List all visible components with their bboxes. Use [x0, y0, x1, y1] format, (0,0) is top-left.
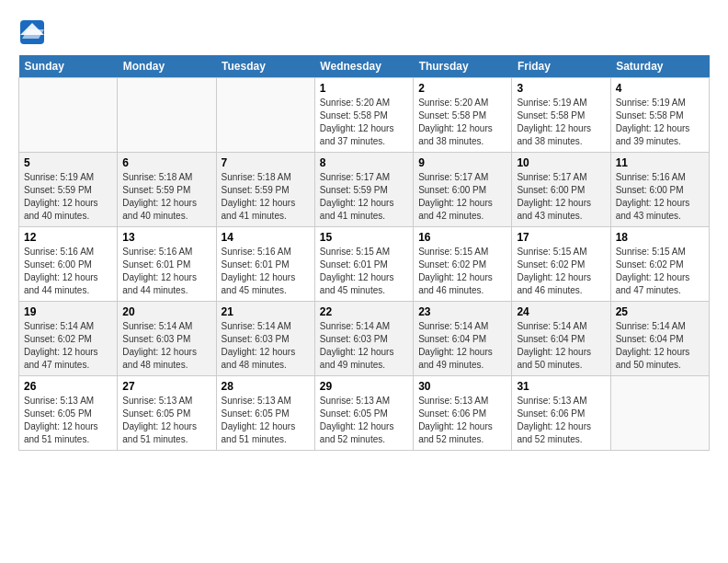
day-info: Sunrise: 5:14 AM Sunset: 6:03 PM Dayligh…: [122, 320, 210, 372]
calendar-cell: [610, 376, 709, 451]
calendar-cell: 28Sunrise: 5:13 AM Sunset: 6:05 PM Dayli…: [216, 376, 314, 451]
calendar-cell: 21Sunrise: 5:14 AM Sunset: 6:03 PM Dayli…: [216, 302, 314, 376]
day-number: 16: [418, 231, 506, 244]
day-number: 9: [418, 156, 506, 169]
day-number: 29: [320, 380, 408, 393]
calendar-cell: 22Sunrise: 5:14 AM Sunset: 6:03 PM Dayli…: [314, 302, 413, 376]
calendar-cell: 19Sunrise: 5:14 AM Sunset: 6:02 PM Dayli…: [19, 302, 118, 376]
calendar-cell: 3Sunrise: 5:19 AM Sunset: 5:58 PM Daylig…: [512, 78, 610, 153]
logo-icon: [18, 18, 46, 46]
calendar-cell: 26Sunrise: 5:13 AM Sunset: 6:05 PM Dayli…: [19, 376, 118, 451]
day-number: 17: [517, 231, 605, 244]
day-info: Sunrise: 5:14 AM Sunset: 6:04 PM Dayligh…: [418, 320, 506, 372]
day-number: 4: [616, 82, 704, 95]
day-number: 23: [418, 305, 506, 318]
calendar-cell: 29Sunrise: 5:13 AM Sunset: 6:05 PM Dayli…: [314, 376, 413, 451]
weekday-header: Friday: [512, 55, 610, 78]
day-number: 14: [222, 231, 310, 244]
day-number: 13: [122, 231, 210, 244]
calendar-cell: 4Sunrise: 5:19 AM Sunset: 5:58 PM Daylig…: [610, 78, 709, 153]
page-header: [18, 18, 710, 46]
day-info: Sunrise: 5:17 AM Sunset: 5:59 PM Dayligh…: [320, 171, 408, 223]
calendar-week: 5Sunrise: 5:19 AM Sunset: 5:59 PM Daylig…: [19, 153, 710, 227]
day-info: Sunrise: 5:19 AM Sunset: 5:58 PM Dayligh…: [517, 97, 605, 148]
day-info: Sunrise: 5:14 AM Sunset: 6:04 PM Dayligh…: [616, 320, 704, 372]
calendar-cell: 30Sunrise: 5:13 AM Sunset: 6:06 PM Dayli…: [414, 376, 512, 451]
weekday-header: Thursday: [414, 55, 512, 78]
day-number: 3: [517, 82, 605, 95]
day-number: 7: [222, 156, 310, 169]
day-info: Sunrise: 5:13 AM Sunset: 6:05 PM Dayligh…: [320, 395, 408, 446]
day-info: Sunrise: 5:20 AM Sunset: 5:58 PM Dayligh…: [320, 97, 408, 148]
day-info: Sunrise: 5:14 AM Sunset: 6:03 PM Dayligh…: [320, 320, 408, 372]
day-info: Sunrise: 5:14 AM Sunset: 6:04 PM Dayligh…: [517, 320, 605, 372]
day-info: Sunrise: 5:19 AM Sunset: 5:58 PM Dayligh…: [616, 97, 704, 148]
day-number: 20: [122, 305, 210, 318]
weekday-header: Wednesday: [314, 55, 413, 78]
day-number: 30: [418, 380, 506, 393]
calendar-cell: 16Sunrise: 5:15 AM Sunset: 6:02 PM Dayli…: [414, 227, 512, 302]
day-number: 8: [320, 156, 408, 169]
calendar-week: 12Sunrise: 5:16 AM Sunset: 6:00 PM Dayli…: [19, 227, 710, 302]
day-info: Sunrise: 5:15 AM Sunset: 6:02 PM Dayligh…: [517, 246, 605, 297]
day-info: Sunrise: 5:16 AM Sunset: 6:00 PM Dayligh…: [24, 246, 112, 297]
day-number: 19: [24, 305, 112, 318]
calendar-cell: 20Sunrise: 5:14 AM Sunset: 6:03 PM Dayli…: [118, 302, 216, 376]
day-number: 26: [24, 380, 112, 393]
calendar-cell: 14Sunrise: 5:16 AM Sunset: 6:01 PM Dayli…: [216, 227, 314, 302]
day-number: 6: [122, 156, 210, 169]
calendar-cell: 6Sunrise: 5:18 AM Sunset: 5:59 PM Daylig…: [118, 153, 216, 227]
calendar-cell: [19, 78, 118, 153]
calendar-cell: 13Sunrise: 5:16 AM Sunset: 6:01 PM Dayli…: [118, 227, 216, 302]
weekday-header: Saturday: [610, 55, 709, 78]
day-info: Sunrise: 5:17 AM Sunset: 6:00 PM Dayligh…: [418, 171, 506, 223]
logo: [18, 18, 48, 46]
day-info: Sunrise: 5:15 AM Sunset: 6:01 PM Dayligh…: [320, 246, 408, 297]
day-info: Sunrise: 5:18 AM Sunset: 5:59 PM Dayligh…: [222, 171, 310, 223]
day-number: 31: [517, 380, 605, 393]
day-info: Sunrise: 5:16 AM Sunset: 6:00 PM Dayligh…: [616, 171, 704, 223]
weekday-row: SundayMondayTuesdayWednesdayThursdayFrid…: [19, 55, 710, 78]
calendar-cell: 10Sunrise: 5:17 AM Sunset: 6:00 PM Dayli…: [512, 153, 610, 227]
day-info: Sunrise: 5:13 AM Sunset: 6:05 PM Dayligh…: [24, 395, 112, 446]
calendar-cell: 27Sunrise: 5:13 AM Sunset: 6:05 PM Dayli…: [118, 376, 216, 451]
calendar-cell: 17Sunrise: 5:15 AM Sunset: 6:02 PM Dayli…: [512, 227, 610, 302]
calendar-header: SundayMondayTuesdayWednesdayThursdayFrid…: [19, 55, 710, 78]
day-info: Sunrise: 5:13 AM Sunset: 6:05 PM Dayligh…: [122, 395, 210, 446]
calendar-cell: 25Sunrise: 5:14 AM Sunset: 6:04 PM Dayli…: [610, 302, 709, 376]
calendar-week: 1Sunrise: 5:20 AM Sunset: 5:58 PM Daylig…: [19, 78, 710, 153]
calendar-cell: 5Sunrise: 5:19 AM Sunset: 5:59 PM Daylig…: [19, 153, 118, 227]
calendar-cell: 7Sunrise: 5:18 AM Sunset: 5:59 PM Daylig…: [216, 153, 314, 227]
day-info: Sunrise: 5:20 AM Sunset: 5:58 PM Dayligh…: [418, 97, 506, 148]
day-number: 21: [222, 305, 310, 318]
day-number: 27: [122, 380, 210, 393]
calendar-cell: 12Sunrise: 5:16 AM Sunset: 6:00 PM Dayli…: [19, 227, 118, 302]
calendar-body: 1Sunrise: 5:20 AM Sunset: 5:58 PM Daylig…: [19, 78, 710, 451]
day-number: 18: [616, 231, 704, 244]
calendar-cell: 18Sunrise: 5:15 AM Sunset: 6:02 PM Dayli…: [610, 227, 709, 302]
day-info: Sunrise: 5:17 AM Sunset: 6:00 PM Dayligh…: [517, 171, 605, 223]
day-info: Sunrise: 5:16 AM Sunset: 6:01 PM Dayligh…: [122, 246, 210, 297]
day-number: 11: [616, 156, 704, 169]
calendar-cell: 11Sunrise: 5:16 AM Sunset: 6:00 PM Dayli…: [610, 153, 709, 227]
calendar-cell: 1Sunrise: 5:20 AM Sunset: 5:58 PM Daylig…: [314, 78, 413, 153]
day-info: Sunrise: 5:13 AM Sunset: 6:06 PM Dayligh…: [517, 395, 605, 446]
day-info: Sunrise: 5:14 AM Sunset: 6:02 PM Dayligh…: [24, 320, 112, 372]
calendar-cell: 8Sunrise: 5:17 AM Sunset: 5:59 PM Daylig…: [314, 153, 413, 227]
calendar-cell: [216, 78, 314, 153]
day-info: Sunrise: 5:18 AM Sunset: 5:59 PM Dayligh…: [122, 171, 210, 223]
day-info: Sunrise: 5:13 AM Sunset: 6:05 PM Dayligh…: [222, 395, 310, 446]
calendar-cell: [118, 78, 216, 153]
day-info: Sunrise: 5:13 AM Sunset: 6:06 PM Dayligh…: [418, 395, 506, 446]
day-number: 24: [517, 305, 605, 318]
calendar-cell: 2Sunrise: 5:20 AM Sunset: 5:58 PM Daylig…: [414, 78, 512, 153]
calendar-week: 26Sunrise: 5:13 AM Sunset: 6:05 PM Dayli…: [19, 376, 710, 451]
calendar-cell: 24Sunrise: 5:14 AM Sunset: 6:04 PM Dayli…: [512, 302, 610, 376]
calendar-cell: 9Sunrise: 5:17 AM Sunset: 6:00 PM Daylig…: [414, 153, 512, 227]
day-number: 25: [616, 305, 704, 318]
day-info: Sunrise: 5:14 AM Sunset: 6:03 PM Dayligh…: [222, 320, 310, 372]
weekday-header: Sunday: [19, 55, 118, 78]
day-number: 2: [418, 82, 506, 95]
weekday-header: Monday: [118, 55, 216, 78]
calendar-week: 19Sunrise: 5:14 AM Sunset: 6:02 PM Dayli…: [19, 302, 710, 376]
